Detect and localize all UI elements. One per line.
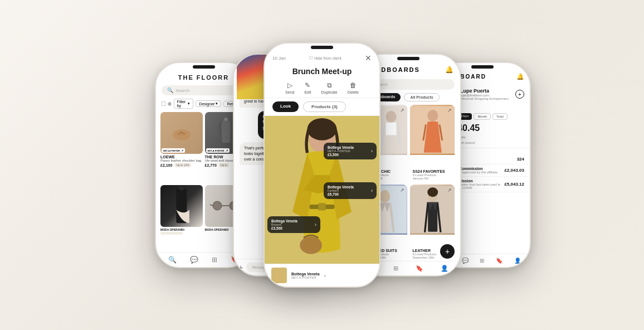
dress-svg bbox=[160, 185, 203, 227]
notch-bar-c bbox=[311, 46, 333, 49]
phone-center-notch bbox=[265, 43, 379, 50]
svg-point-27 bbox=[379, 190, 390, 202]
svg-point-4 bbox=[179, 186, 184, 191]
card3-store: Browns bbox=[271, 223, 297, 226]
fab-add-button[interactable]: + bbox=[440, 244, 455, 259]
bookmark-nav-5[interactable]: 🔖 bbox=[496, 258, 502, 264]
moodboard-2-name: SS24 FAVORITES bbox=[413, 169, 452, 173]
bag-svg bbox=[170, 125, 193, 142]
select-all-checkbox[interactable] bbox=[162, 101, 165, 106]
card2-arrow-icon: › bbox=[371, 188, 373, 193]
grid-nav-5[interactable]: ⊞ bbox=[480, 258, 484, 264]
grid-nav-4[interactable]: ⊞ bbox=[393, 265, 398, 272]
product-loewe-commission: Up to 12% bbox=[174, 163, 191, 167]
dress-image bbox=[160, 185, 203, 227]
moodboard-date: 10 Jan bbox=[272, 56, 286, 61]
bottom-product-store: NET-A-PORTER bbox=[291, 276, 320, 279]
svg-rect-18 bbox=[318, 203, 325, 210]
look-tab[interactable]: Look bbox=[272, 101, 299, 112]
attach-button[interactable]: + bbox=[238, 263, 243, 272]
product-loewe-image: NET-A-PORTER ↗ bbox=[160, 112, 203, 154]
bottom-product-bar[interactable]: Bottega Veneta NET-A-PORTER › bbox=[265, 264, 379, 287]
grid-view-icon[interactable]: ⊞ bbox=[168, 101, 172, 106]
total-tab[interactable]: Total bbox=[492, 113, 508, 120]
notch-bar4 bbox=[397, 57, 419, 60]
product-dress[interactable]: MODA OPERANDI bbox=[160, 185, 203, 250]
product-loewe[interactable]: NET-A-PORTER ↗ LOEWE Paseo leather shoul… bbox=[160, 112, 203, 183]
svg-line-8 bbox=[210, 205, 213, 206]
close-button[interactable]: ✕ bbox=[365, 54, 372, 62]
moodboard-2-sub: 4 Loved ProductsJanuary 5th bbox=[413, 173, 452, 180]
moodboard-actions: ▷ Send ✎ Edit ⧉ Duplicate 🗑 Delete bbox=[265, 79, 379, 98]
duplicate-icon: ⧉ bbox=[327, 81, 332, 89]
search-icon: 🔍 bbox=[167, 88, 173, 93]
duplicate-action[interactable]: ⧉ Duplicate bbox=[321, 81, 338, 94]
person-nav-4[interactable]: 👤 bbox=[441, 265, 448, 272]
product-moda-brand: MODA OPERANDI bbox=[160, 228, 203, 231]
chat-nav-5[interactable]: 💬 bbox=[462, 258, 469, 264]
bottom-arrow-icon: › bbox=[324, 273, 326, 279]
hide-from-client[interactable]: ☐ Hide from client bbox=[309, 56, 341, 60]
dashboard-bell-icon[interactable]: 🔔 bbox=[516, 73, 524, 80]
add-profile-button[interactable]: + bbox=[515, 90, 524, 99]
moodboard-title: Brunch Meet-up bbox=[265, 66, 379, 79]
product-card-1[interactable]: Bottega Veneta NET-A-PORTER £3,500 › bbox=[324, 143, 377, 159]
commission-bar bbox=[160, 232, 183, 235]
moodboard-4-image: ↗ bbox=[410, 185, 455, 235]
card3-price: £3,500 bbox=[271, 226, 297, 230]
svg-rect-1 bbox=[222, 120, 230, 143]
product-loewe-desc: Paseo leather shoulder bag bbox=[160, 159, 203, 162]
chat-nav-icon[interactable]: 💬 bbox=[190, 256, 198, 264]
share-icon-1[interactable]: ↗ bbox=[400, 108, 404, 113]
moodboard-ss24[interactable]: ↗ SS24 FAVORITES 4 Loved ProductsJanuary… bbox=[410, 105, 455, 182]
delete-action[interactable]: 🗑 Delete bbox=[348, 81, 359, 94]
clicks-value: 324 bbox=[517, 157, 524, 162]
product-card-3[interactable]: Bottega Veneta Browns £3,500 › bbox=[267, 216, 320, 233]
share-icon-4[interactable]: ↗ bbox=[447, 187, 452, 193]
external-link-icon: ↗ bbox=[181, 149, 183, 152]
phone-moodboard-screen: 10 Jan ☐ Hide from client ✕ Brunch Meet-… bbox=[265, 43, 379, 287]
net-a-porter-badge: NET-A-PORTER ↗ bbox=[162, 148, 185, 153]
external-link-icon-2: ↗ bbox=[226, 149, 228, 152]
card2-store: Farfetch bbox=[328, 189, 354, 192]
notch-bar bbox=[193, 65, 215, 69]
moodboard-product-area: Bottega Veneta NET-A-PORTER £3,500 › Bot… bbox=[265, 116, 379, 264]
product-therow-price: £2,770 bbox=[205, 163, 217, 167]
delete-icon: 🗑 bbox=[350, 81, 357, 89]
all-products-tab[interactable]: All Products bbox=[404, 93, 439, 101]
moodboard-tabs: Look Products (3) bbox=[265, 98, 379, 116]
card1-arrow-icon: › bbox=[371, 148, 373, 154]
product-dress-price-row bbox=[160, 232, 203, 235]
card1-price: £3,500 bbox=[328, 153, 354, 157]
product-card-1-text: Bottega Veneta NET-A-PORTER £3,500 bbox=[328, 145, 354, 157]
bottom-product-thumbnail bbox=[271, 268, 287, 283]
svg-point-20 bbox=[300, 236, 322, 254]
bell-icon[interactable]: 🔔 bbox=[445, 66, 453, 74]
grid-nav-icon[interactable]: ⊞ bbox=[212, 256, 217, 264]
card2-brand: Bottega Veneta bbox=[328, 185, 354, 189]
search-nav-icon[interactable]: 🔍 bbox=[168, 256, 177, 264]
notch-bar5 bbox=[471, 65, 494, 69]
share-icon-2[interactable]: ↗ bbox=[447, 108, 452, 113]
edit-action[interactable]: ✎ Edit bbox=[304, 81, 311, 94]
share-icon-3[interactable]: ↗ bbox=[400, 187, 404, 193]
product-therow-commission: Up to bbox=[219, 163, 229, 167]
month-tab[interactable]: Month bbox=[474, 113, 491, 120]
product-card-2-text: Bottega Veneta Farfetch £6,700 bbox=[328, 185, 354, 196]
product-card-2[interactable]: Bottega Veneta Farfetch £6,700 › bbox=[324, 182, 377, 199]
product-loewe-price: £2,100 bbox=[160, 163, 172, 167]
person-nav-5[interactable]: 👤 bbox=[514, 258, 521, 264]
floorr-title: THE FLOORR bbox=[163, 74, 245, 81]
card1-store: NET-A-PORTER bbox=[328, 149, 354, 153]
card3-arrow-icon: › bbox=[315, 222, 316, 227]
designer-filter-button[interactable]: Designer ▾ bbox=[196, 100, 221, 107]
search-placeholder: Search bbox=[175, 88, 189, 93]
bottom-product-info: Bottega Veneta NET-A-PORTER bbox=[291, 272, 320, 279]
moodboard-header: 10 Jan ☐ Hide from client ✕ bbox=[265, 50, 379, 66]
phone-moodboard: 10 Jan ☐ Hide from client ✕ Brunch Meet-… bbox=[264, 42, 380, 288]
send-action[interactable]: ▷ Send bbox=[285, 81, 294, 94]
bookmark-nav-4[interactable]: 🔖 bbox=[416, 265, 423, 272]
filter-by-button[interactable]: Filter by ▾ bbox=[174, 99, 194, 109]
products-tab[interactable]: Products (3) bbox=[303, 101, 346, 112]
net-a-porter-badge-2: NET-A-PORTER ↗ bbox=[206, 148, 230, 153]
